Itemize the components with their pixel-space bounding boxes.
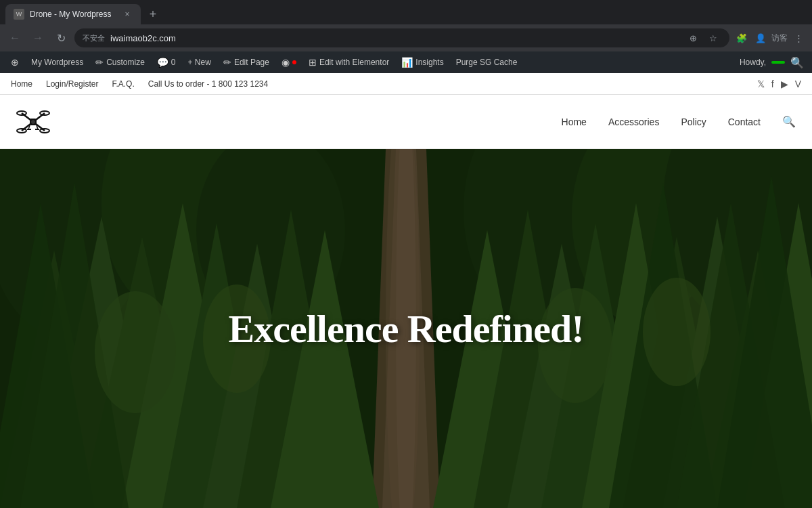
wp-logo-icon: ⊕ xyxy=(11,57,19,68)
howdy-text: Howdy, xyxy=(740,58,766,67)
tab-favicon: W xyxy=(14,9,24,20)
active-tab[interactable]: W Drone - My Wordpress × xyxy=(5,4,141,24)
tab-bar: W Drone - My Wordpress × + xyxy=(0,0,812,24)
comments-item[interactable]: 💬 0 xyxy=(152,51,181,73)
top-nav-home[interactable]: Home xyxy=(11,79,32,89)
youtube-icon[interactable]: ▶ xyxy=(781,79,788,89)
top-nav-call[interactable]: Call Us to order - 1 800 123 1234 xyxy=(148,79,268,89)
insights-icon: 📊 xyxy=(401,57,413,68)
insights-label: Insights xyxy=(415,58,443,67)
facebook-icon[interactable]: f xyxy=(771,79,774,89)
nav-home[interactable]: Home xyxy=(562,117,587,127)
customize-item[interactable]: ✏ Customize xyxy=(90,51,150,73)
comments-icon: 💬 xyxy=(157,57,168,68)
nav-contact[interactable]: Contact xyxy=(728,117,761,127)
new-tab-button[interactable]: + xyxy=(143,5,162,24)
site-header: Home Accessories Policy Contact 🔍 xyxy=(0,95,812,149)
profile-label: 访客 xyxy=(771,33,788,44)
elementor-icon: ⊞ xyxy=(309,57,317,68)
my-wordpress-item[interactable]: My Wordpress xyxy=(26,51,89,73)
site-top-bar: Home Login/Register F.A.Q. Call Us to or… xyxy=(0,73,812,95)
wp-admin-bar: ⊕ My Wordpress ✏ Customize 💬 0 + New ✏ E… xyxy=(0,51,812,73)
site-logo[interactable] xyxy=(16,105,50,139)
edit-page-item[interactable]: ✏ Edit Page xyxy=(218,51,275,73)
nav-policy[interactable]: Policy xyxy=(681,117,706,127)
back-button[interactable]: ← xyxy=(5,28,24,47)
security-icon: 不安全 xyxy=(83,33,105,43)
extensions-icon[interactable]: 🧩 xyxy=(734,30,750,46)
vimeo-icon[interactable]: V xyxy=(795,79,801,89)
drone-logo-icon xyxy=(16,105,50,139)
browser-right-icons: 🧩 👤 访客 ⋮ xyxy=(734,30,807,46)
top-nav-faq[interactable]: F.A.Q. xyxy=(112,79,134,89)
address-text: iwaimaob2c.com xyxy=(110,33,176,43)
new-label: + New xyxy=(188,58,211,67)
customize-label: Customize xyxy=(106,58,145,67)
nav-search-button[interactable]: 🔍 xyxy=(782,115,796,128)
elementor-item[interactable]: ⊞ Edit with Elementor xyxy=(303,51,394,73)
rank-math-item[interactable]: ◉ xyxy=(276,51,302,73)
site-nav: Home Accessories Policy Contact 🔍 xyxy=(562,115,796,128)
hero-content: Excellence Redefined! xyxy=(228,306,583,352)
profile-icon[interactable]: 👤 xyxy=(752,30,769,46)
wp-search-button[interactable]: 🔍 xyxy=(788,53,807,72)
address-bar[interactable]: 不安全 iwaimaob2c.com ⊕ ☆ xyxy=(74,28,729,47)
edit-page-icon: ✏ xyxy=(223,57,231,68)
hero-section: Excellence Redefined! xyxy=(0,149,812,508)
menu-icon[interactable]: ⋮ xyxy=(790,30,807,46)
twitter-icon[interactable]: 𝕏 xyxy=(757,79,765,89)
bookmark-icon[interactable]: ☆ xyxy=(705,30,721,46)
svg-point-9 xyxy=(31,120,35,124)
tab-close-button[interactable]: × xyxy=(122,9,133,20)
edit-page-label: Edit Page xyxy=(234,58,269,67)
site-top-bar-right: 𝕏 f ▶ V xyxy=(757,79,801,89)
address-bar-row: ← → ↻ 不安全 iwaimaob2c.com ⊕ ☆ 🧩 👤 访客 ⋮ xyxy=(0,24,812,51)
purge-label: Purge SG Cache xyxy=(456,58,518,67)
insights-item[interactable]: 📊 Insights xyxy=(396,51,449,73)
rank-math-dot xyxy=(292,60,296,64)
wp-logo-item[interactable]: ⊕ xyxy=(5,51,24,73)
nav-accessories[interactable]: Accessories xyxy=(608,117,659,127)
user-badge[interactable] xyxy=(771,61,785,64)
translate-icon[interactable]: ⊕ xyxy=(685,30,701,46)
customize-icon: ✏ xyxy=(95,57,104,68)
top-nav-login[interactable]: Login/Register xyxy=(46,79,98,89)
wp-admin-bar-right: Howdy, 🔍 xyxy=(740,53,807,72)
elementor-label: Edit with Elementor xyxy=(319,58,389,67)
my-wordpress-label: My Wordpress xyxy=(31,58,83,67)
address-icons: ⊕ ☆ xyxy=(685,30,721,46)
new-item[interactable]: + New xyxy=(183,51,217,73)
comments-count: 0 xyxy=(171,58,176,67)
hero-title: Excellence Redefined! xyxy=(228,306,583,352)
tab-title: Drone - My Wordpress xyxy=(30,9,111,19)
reload-button[interactable]: ↻ xyxy=(51,28,70,47)
rank-math-icon: ◉ xyxy=(281,57,290,68)
site-top-bar-left: Home Login/Register F.A.Q. Call Us to or… xyxy=(11,79,268,89)
forward-button[interactable]: → xyxy=(28,28,47,47)
purge-item[interactable]: Purge SG Cache xyxy=(451,51,523,73)
